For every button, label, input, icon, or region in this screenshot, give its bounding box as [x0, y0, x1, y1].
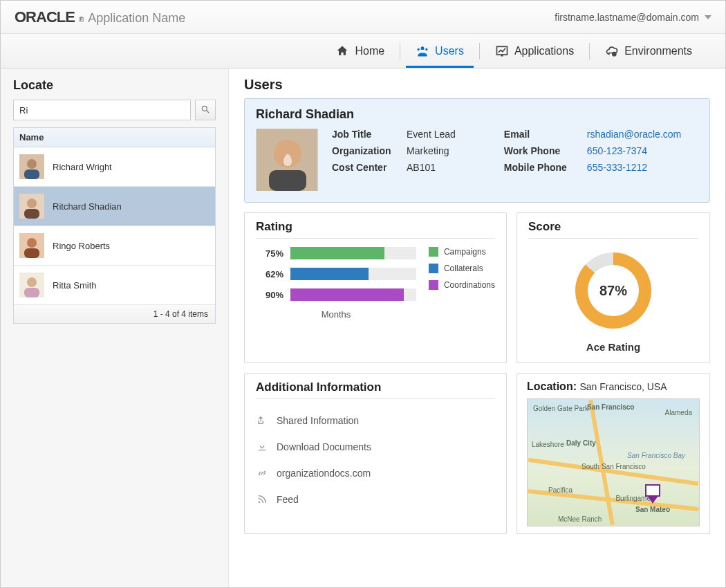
brand-logo-text: ORACLE	[15, 8, 75, 26]
avatar	[19, 273, 44, 297]
map-place-label: Pacifica	[548, 486, 573, 494]
additional-item-feed[interactable]: Feed	[256, 486, 495, 513]
bar-campaigns: 75%	[256, 247, 416, 259]
user-email: firstname.lastname@domain.com	[555, 12, 699, 23]
global-header: ORACLE® Application Name firstname.lastn…	[1, 1, 725, 34]
avatar	[19, 233, 44, 258]
legend-label: Coordinations	[444, 280, 495, 290]
score-panel: Score 87% Ace Rating	[516, 212, 710, 363]
email-link[interactable]: rshadian@oracle.com	[587, 129, 681, 140]
cloud-icon	[605, 44, 619, 58]
svg-point-22	[259, 502, 261, 504]
profile-details-left: Job Title Event Lead Organization Market…	[332, 129, 456, 173]
nav-users[interactable]: Users	[403, 36, 476, 68]
value-work-phone[interactable]: 650-123-7374	[587, 145, 681, 156]
locate-sidebar: Locate Name Richard Wright Ritchard Shad…	[1, 68, 229, 587]
value-email[interactable]: rshadian@oracle.com	[587, 129, 681, 140]
bar-track	[290, 247, 416, 259]
primary-nav: Home Users Applications Environments	[1, 34, 725, 68]
search-input[interactable]	[13, 100, 191, 120]
value-mobile-phone[interactable]: 655-333-1212	[587, 162, 681, 173]
value-cost-center: AB101	[407, 162, 456, 173]
list-item-label: Richard Wright	[53, 162, 112, 172]
rss-icon	[256, 493, 268, 506]
location-title-prefix: Location:	[527, 380, 577, 392]
additional-item-download[interactable]: Download Documents	[256, 434, 495, 460]
legend-label: Collaterals	[444, 264, 483, 273]
list-pagination: 1 - 4 of 4 items	[13, 305, 216, 324]
list-header-name: Name	[13, 127, 216, 147]
bar-track	[290, 268, 416, 280]
location-title: Location: San Francisco, USA	[527, 380, 700, 393]
rating-xlabel: Months	[256, 309, 416, 320]
svg-rect-18	[24, 288, 39, 297]
bar-value: 75%	[256, 248, 283, 259]
nav-label: Home	[355, 45, 384, 57]
download-icon	[256, 441, 268, 453]
score-value: 87%	[575, 252, 651, 329]
additional-item-shared[interactable]: Shared Information	[256, 407, 495, 434]
score-title: Score	[528, 220, 698, 239]
nav-label: Applications	[514, 45, 574, 57]
additional-info-panel: Additional Information Shared Informatio…	[244, 373, 507, 534]
svg-rect-15	[24, 248, 39, 258]
legend-item: Campaigns	[429, 247, 495, 257]
rating-panel: Rating 75% 62% 90%	[244, 212, 507, 363]
registered-mark: ®	[79, 16, 84, 24]
legend-item: Coordinations	[429, 280, 495, 290]
sidebar-title: Locate	[13, 78, 216, 93]
profile-photo	[256, 129, 318, 191]
location-map[interactable]: Golden Gate Park San Francisco Alameda L…	[527, 398, 700, 526]
list-item-label: Ritchard Shadian	[53, 201, 122, 212]
additional-item-label: organizationdocs.com	[277, 468, 371, 479]
bar-value: 90%	[256, 290, 283, 300]
label-work-phone: Work Phone	[504, 145, 580, 156]
nav-applications[interactable]: Applications	[483, 36, 586, 68]
svg-point-11	[27, 199, 37, 208]
list-item[interactable]: Ringo Roberts	[14, 226, 215, 266]
svg-point-8	[27, 159, 37, 169]
list-item[interactable]: Richard Wright	[14, 147, 215, 187]
chevron-down-icon	[705, 15, 711, 19]
bar-fill	[290, 288, 404, 301]
list-item[interactable]: Ritchard Shadian	[14, 187, 215, 226]
bar-collaterals: 62%	[256, 268, 416, 280]
map-place-label: Daly City	[566, 439, 596, 447]
avatar	[19, 194, 44, 219]
additional-title: Additional Information	[256, 380, 495, 399]
user-menu[interactable]: firstname.lastname@domain.com	[555, 12, 711, 23]
swatch-icon	[429, 280, 438, 290]
map-place-label: Alameda	[665, 409, 692, 416]
value-job-title: Event Lead	[407, 129, 456, 140]
body-layout: Locate Name Richard Wright Ritchard Shad…	[1, 68, 725, 587]
nav-environments[interactable]: Environments	[593, 36, 705, 68]
nav-separator	[400, 43, 400, 59]
profile-card: Richard Shadian Job Title Event Lead Org…	[244, 98, 710, 203]
svg-point-2	[425, 48, 427, 50]
nav-separator	[589, 43, 590, 59]
map-place-label: San Mateo	[635, 506, 670, 513]
rating-legend: Campaigns Collaterals Coordinations	[429, 247, 495, 297]
label-job-title: Job Title	[332, 129, 400, 140]
app-name: Application Name	[88, 11, 185, 26]
users-icon	[416, 44, 429, 58]
nav-label: Users	[435, 45, 464, 57]
map-place-label: Lakeshore	[532, 441, 564, 448]
nav-home[interactable]: Home	[323, 36, 397, 68]
rating-bars: 75% 62% 90% Months	[256, 247, 416, 320]
brand-block: ORACLE® Application Name	[15, 8, 185, 26]
profile-details-right: Email rshadian@oracle.com Work Phone 650…	[504, 129, 681, 173]
list-item[interactable]: Ritta Smith	[14, 266, 215, 305]
legend-item: Collaterals	[429, 264, 495, 273]
label-cost-center: Cost Center	[332, 162, 400, 173]
chart-icon	[495, 44, 509, 58]
home-icon	[335, 44, 349, 58]
search-button[interactable]	[195, 100, 216, 120]
bar-value: 62%	[256, 269, 283, 279]
bar-fill	[290, 247, 384, 259]
additional-item-link[interactable]: organizationdocs.com	[256, 460, 495, 486]
nav-label: Environments	[624, 45, 692, 57]
list-item-label: Ritta Smith	[53, 280, 97, 291]
svg-point-1	[418, 48, 420, 50]
svg-rect-21	[269, 170, 306, 191]
